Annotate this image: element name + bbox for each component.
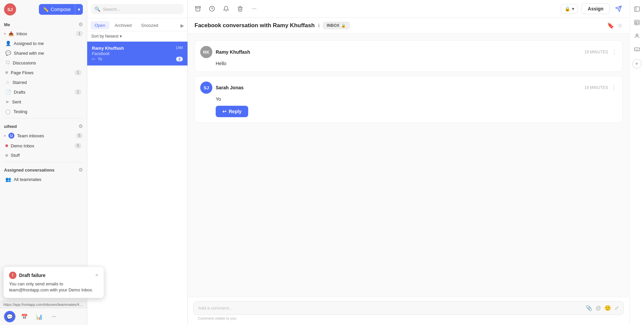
tab-snoozed[interactable]: Snoozed [137, 21, 162, 30]
svg-rect-11 [635, 20, 639, 25]
svg-point-15 [636, 34, 638, 36]
team-inboxes-u-icon: U [8, 133, 14, 139]
comment-input[interactable] [198, 306, 583, 311]
sidebar-item-discussions[interactable]: 🗨 Discussions [1, 58, 86, 67]
team-inboxes-label: Team inboxes [17, 133, 73, 138]
conv-time: 19M [176, 46, 183, 50]
conv-preview-text: Yo [98, 57, 102, 61]
toast-body: You can only send emails to team@frontap… [9, 281, 98, 293]
avatar-button[interactable]: SJ [4, 3, 16, 15]
msg-options-icon[interactable]: ⋮ [611, 85, 617, 91]
more-footer-btn[interactable]: ··· [48, 311, 60, 322]
emoji-icon[interactable]: 🙂 [604, 305, 611, 311]
keyboard-panel-icon[interactable] [631, 44, 643, 55]
search-bar[interactable]: 🔍 [91, 4, 183, 14]
more-toolbar-icon[interactable]: ··· [250, 4, 259, 13]
tab-archived[interactable]: Archived [111, 21, 136, 30]
reply-button[interactable]: ↩ Reply [216, 106, 248, 117]
toast-notification: ! Draft failure × You can only send emai… [3, 267, 104, 298]
send-icon[interactable] [613, 3, 624, 14]
inbox-row[interactable]: ▾ 📥 Inbox 1 [0, 29, 87, 38]
drafts-icon: 📄 [5, 89, 11, 95]
search-input[interactable] [103, 7, 180, 12]
bell-toolbar-icon[interactable] [221, 4, 231, 13]
right-panel: + [629, 0, 644, 325]
conv-sender: Ramy Khuffash [92, 46, 124, 51]
person-panel-icon[interactable] [631, 30, 643, 42]
tab-open[interactable]: Open [91, 21, 109, 30]
workspace-settings-icon[interactable]: ⚙ [78, 123, 83, 129]
inbox-badge-label: INBOX [327, 23, 339, 28]
compose-button-main[interactable]: ✏️ Compose [39, 4, 75, 15]
main-title-bar: Facebook conversation with Ramy Khuffash… [188, 18, 629, 34]
info-icon[interactable]: ℹ [318, 23, 320, 28]
toolbar-left: ··· [193, 4, 259, 13]
assigned-conv-section-header: Assigned conversations ⚙ [0, 164, 87, 174]
sidebar-divider-2 [4, 162, 83, 162]
toast-close-button[interactable]: × [95, 272, 98, 278]
compose-label: Compose [51, 7, 71, 12]
svg-rect-0 [196, 6, 201, 8]
attachment-icon[interactable]: 📎 [586, 305, 592, 311]
msg-options-icon[interactable]: ⋮ [611, 49, 617, 55]
msg-sender: Sarah Jonas [216, 85, 244, 90]
starred-label: Starred [12, 80, 82, 85]
data-panel-icon[interactable] [631, 17, 643, 28]
sidebar-item-demo-inbox[interactable]: Demo Inbox 5 [1, 141, 86, 150]
sidebar-item-shared-with-me[interactable]: 💬 Shared with me [1, 48, 86, 58]
avatar: SJ [200, 82, 212, 94]
sort-bar[interactable]: Sort by Newest ▾ [87, 31, 187, 42]
all-teammates-icon: 👥 [5, 177, 11, 182]
sidebar-item-stuff[interactable]: Stuff [1, 151, 86, 160]
sidebar-header: SJ ✏️ Compose ▾ [0, 0, 87, 19]
trash-toolbar-icon[interactable] [235, 4, 245, 13]
conv-channel: Facebook [92, 51, 183, 56]
toast-header: ! Draft failure × [9, 272, 98, 279]
clock-toolbar-icon[interactable] [207, 4, 217, 13]
conv-preview: ↩ Yo [92, 57, 102, 61]
message-card: RK Ramy Khuffash 19 MINUTES ⋮ Hello [195, 40, 623, 72]
toolbar-right: 🔒 ▾ Assign [561, 3, 624, 14]
page-flows-label: Page Flows [11, 70, 72, 75]
svg-text:SJ: SJ [204, 85, 209, 90]
sidebar-item-drafts[interactable]: 📄 Drafts 1 [1, 87, 86, 97]
drafts-count: 1 [74, 89, 82, 95]
mention-icon[interactable]: @ [596, 305, 601, 311]
add-panel-icon[interactable]: + [632, 59, 642, 68]
comment-visible-text: Comment visible to you [193, 315, 624, 321]
analytics-footer-btn[interactable]: 📊 [34, 311, 45, 322]
team-inboxes-row[interactable]: ▾ U Team inboxes 5 [0, 131, 87, 141]
sidebar-item-assigned-to-me[interactable]: 👤 Assigned to me [1, 39, 86, 48]
contact-panel-icon[interactable] [631, 3, 643, 15]
message-card: SJ Sarah Jonas 19 MINUTES ⋮ Yo ↩ Reply [195, 76, 623, 123]
sidebar-item-sent[interactable]: ➤ Sent [1, 97, 86, 106]
star-icon: ☆ [5, 80, 10, 85]
msg-time: 19 MINUTES [584, 85, 608, 90]
sidebar-item-page-flows[interactable]: Page Flows 1 [1, 68, 86, 77]
me-settings-icon[interactable]: ⚙ [78, 21, 83, 28]
search-icon: 🔍 [95, 6, 100, 12]
drafts-label: Drafts [14, 90, 72, 95]
conv-title: Facebook conversation with Ramy Khuffash [195, 22, 315, 29]
tab-more-arrow[interactable]: ▶ [180, 21, 184, 30]
sidebar-item-testing[interactable]: ◯ Testing [1, 107, 86, 116]
bookmark-icon[interactable]: 🔖 [607, 22, 614, 29]
star-title-icon[interactable]: ☆ [618, 22, 623, 29]
inbox-footer-btn[interactable]: 💬 [4, 311, 15, 322]
expand-icon[interactable]: ⤢ [614, 305, 619, 311]
compose-button[interactable]: ✏️ Compose ▾ [39, 4, 83, 15]
assigned-conv-settings-icon[interactable]: ⚙ [78, 167, 83, 173]
sent-label: Sent [12, 99, 82, 104]
compose-dropdown-arrow[interactable]: ▾ [75, 4, 83, 15]
comment-bar: 📎 @ 🙂 ⤢ Comment visible to you [188, 297, 629, 325]
page-flows-dot-icon [5, 71, 8, 74]
archive-toolbar-icon[interactable] [193, 4, 203, 13]
sidebar-item-starred[interactable]: ☆ Starred [1, 78, 86, 87]
conv-item[interactable]: Ramy Khuffash 19M Facebook ↩ Yo 2 [87, 42, 187, 66]
toast-title: Draft failure [19, 273, 46, 278]
lock-dropdown[interactable]: 🔒 ▾ [561, 4, 578, 13]
sidebar-item-all-teammates[interactable]: 👥 All teammates [1, 175, 86, 184]
assign-button[interactable]: Assign [581, 3, 610, 14]
svg-text:RK: RK [203, 50, 210, 55]
calendar-footer-btn[interactable]: 📅 [19, 311, 30, 322]
